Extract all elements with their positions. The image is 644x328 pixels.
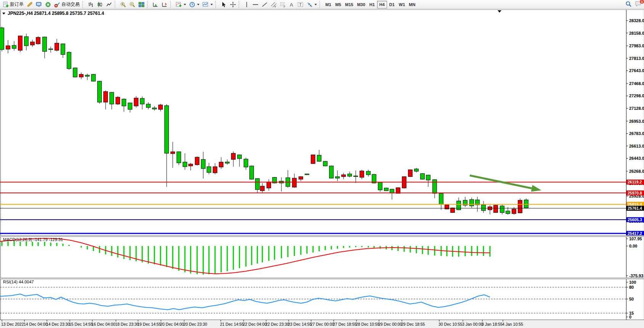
bull-candle <box>110 92 114 104</box>
toolbar-separator <box>115 1 117 8</box>
templates-dropdown[interactable] <box>201 0 214 8</box>
bull-candle <box>470 199 474 206</box>
bear-candle <box>518 200 522 213</box>
clock-icon <box>189 2 195 8</box>
timeframe-button-m30[interactable]: M30 <box>355 1 367 8</box>
timeframe-button-d1[interactable]: D1 <box>387 1 397 8</box>
bar-chart-icon <box>88 2 94 8</box>
bear-candle <box>55 43 59 50</box>
bull-candle <box>506 211 510 214</box>
auto-scroll-button[interactable] <box>151 0 160 8</box>
timeframe-button-w1[interactable]: W1 <box>397 1 407 8</box>
line-chart-button[interactable] <box>104 0 114 8</box>
toolbar-group-trade: 新订单 自动交易 <box>1 0 82 9</box>
bull-candle <box>238 155 242 159</box>
bear-candle <box>512 209 516 214</box>
indicators-dropdown[interactable] <box>174 0 188 8</box>
bull-candle <box>500 206 504 212</box>
line-chart-icon <box>106 2 112 8</box>
notifications-button[interactable]: 1 <box>635 1 642 8</box>
bar-chart-button[interactable] <box>86 0 95 8</box>
price-badge-25605.3: 25605.3 <box>628 217 642 222</box>
cursor-arrow-icon <box>221 2 227 8</box>
toolbar-group-dropdowns <box>174 0 215 9</box>
terminal-icon <box>36 2 42 8</box>
bear-candle <box>159 105 163 109</box>
price-tick-label: 26443.0 <box>629 156 644 161</box>
crosshair-icon <box>230 2 236 8</box>
bear-candle <box>31 42 35 45</box>
zoom-out-icon <box>129 2 135 8</box>
channel-icon: E <box>271 2 277 8</box>
bull-candle <box>0 28 4 50</box>
price-badge-25417.2: 25417.2 <box>628 231 642 236</box>
search-icon[interactable] <box>625 1 632 9</box>
price-badge-25970.8: 25970.8 <box>628 191 642 195</box>
time-tick-label: 23 Dec 14:55 <box>288 322 312 326</box>
chart-surface: 28328.028158.027983.027813.027643.027468… <box>0 0 644 328</box>
price-tick-label: 27128.0 <box>629 106 644 111</box>
toolbar-separator <box>239 1 241 8</box>
time-tick-label: 27 Dec 00:00 <box>310 322 334 326</box>
bear-candle <box>292 178 297 187</box>
fibonacci-button[interactable]: F <box>278 0 287 8</box>
toolbar-separator <box>215 1 218 8</box>
price-tick-label: 26783.0 <box>629 131 644 136</box>
time-tick-label: 14 Dec 23:30 <box>46 322 70 326</box>
bull-candle <box>482 205 486 211</box>
bull-candle <box>92 74 96 81</box>
timeframe-button-h1[interactable]: H1 <box>367 1 377 8</box>
bear-candle <box>342 175 346 177</box>
price-tick-label: 27813.0 <box>629 56 644 61</box>
terminal-button[interactable] <box>34 0 43 8</box>
rsi-tick-label: 100 <box>629 280 636 285</box>
macd-tick-label: -375.93 <box>629 273 643 278</box>
new-order-button[interactable]: 新订单 <box>1 0 25 8</box>
chart-background <box>0 10 643 320</box>
chart-shift-button[interactable] <box>160 0 169 8</box>
time-tick-label: 3 Jan 18:55 <box>482 322 503 326</box>
zoom-out-button[interactable] <box>128 0 137 8</box>
text-button[interactable]: A <box>287 0 296 8</box>
toolbar-separator <box>147 1 150 8</box>
bear-candle <box>195 157 199 165</box>
time-tick-label: 20 Dec 23:30 <box>183 322 207 326</box>
bull-candle <box>384 188 389 191</box>
auto-trading-button[interactable]: 自动交易 <box>53 0 81 8</box>
bear-candle <box>213 167 217 173</box>
history-center-button[interactable] <box>25 0 34 8</box>
zoom-in-icon <box>120 2 126 8</box>
bull-candle <box>165 106 169 153</box>
price-tick-label: 26953.0 <box>629 119 644 124</box>
periods-dropdown[interactable] <box>188 0 201 8</box>
chevron-down-icon <box>197 4 199 5</box>
timeframe-button-m15[interactable]: M15 <box>343 1 355 8</box>
trendline-icon <box>262 2 268 8</box>
timeframe-button-mn[interactable]: MN <box>407 1 417 8</box>
candlestick-chart-button[interactable] <box>95 0 104 8</box>
tile-windows-button[interactable] <box>137 0 146 8</box>
bull-candle <box>348 174 352 176</box>
cursor-button[interactable] <box>219 0 228 8</box>
bull-candle <box>390 189 394 193</box>
vertical-line-button[interactable] <box>243 0 251 8</box>
macd-tick-label: 0.00 <box>629 244 637 248</box>
price-tick-label: 28328.0 <box>629 18 644 23</box>
news-button[interactable] <box>43 0 53 8</box>
zoom-in-button[interactable] <box>119 0 128 8</box>
macd-tick-label: 107.95 <box>629 236 642 241</box>
notification-badge: 1 <box>639 0 644 4</box>
timeframe-button-m5[interactable]: M5 <box>333 1 343 8</box>
auto-trading-icon <box>54 2 60 8</box>
timeframe-button-m1[interactable]: M1 <box>323 1 333 8</box>
trendline-button[interactable] <box>260 0 269 8</box>
horizontal-line-button[interactable] <box>251 0 260 8</box>
bull-candle <box>354 176 358 177</box>
crosshair-button[interactable] <box>228 0 238 8</box>
time-tick-label: 21 Dec 14:55 <box>220 322 244 326</box>
arrows-dropdown[interactable] <box>305 0 318 8</box>
equidistant-channel-button[interactable]: E <box>269 0 278 8</box>
bull-candle <box>323 161 328 166</box>
text-label-button[interactable]: T <box>296 0 305 8</box>
timeframe-button-h4[interactable]: H4 <box>377 1 387 8</box>
